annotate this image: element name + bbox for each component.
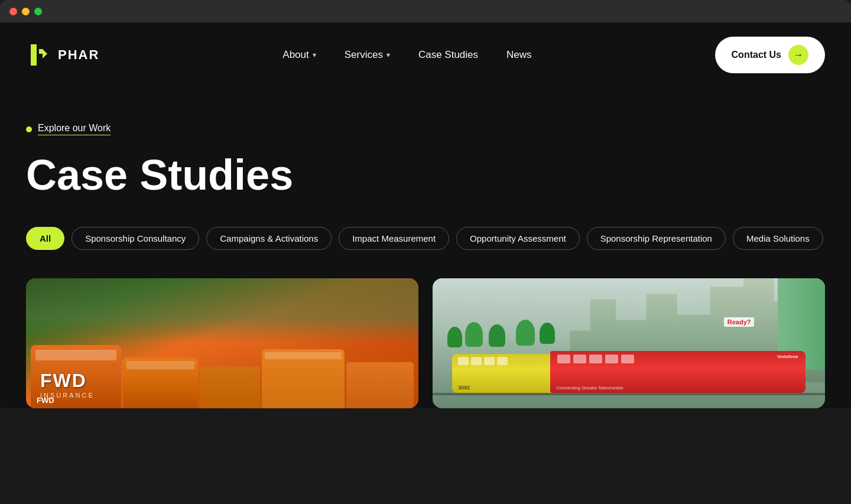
nav-item-about[interactable]: About ▾: [282, 49, 316, 61]
filter-pills: All Sponsorship Consultancy Campaigns & …: [26, 227, 825, 250]
nav-item-news[interactable]: News: [506, 49, 532, 61]
contact-button-label: Contact Us: [732, 50, 781, 60]
main-content: Scroll ↓ Explore our Work Case Studies A…: [0, 87, 851, 408]
filter-pill-sponsorship-representation[interactable]: Sponsorship Representation: [587, 227, 726, 250]
app-wrapper: PHAR About ▾ Services ▾ Case Studies: [0, 22, 851, 408]
arrow-right-icon: →: [788, 45, 808, 65]
navbar: PHAR About ▾ Services ▾ Case Studies: [0, 22, 851, 87]
filter-pill-sponsorship-consultancy[interactable]: Sponsorship Consultancy: [72, 227, 199, 250]
filter-pill-all[interactable]: All: [26, 227, 64, 250]
explore-label: Explore our Work: [26, 123, 825, 135]
explore-dot: [26, 126, 32, 132]
explore-text: Explore our Work: [38, 123, 111, 135]
maximize-button[interactable]: [34, 8, 42, 15]
contact-button[interactable]: Contact Us →: [715, 37, 825, 73]
filter-pill-opportunity-assessment[interactable]: Opportunity Assessment: [456, 227, 580, 250]
logo-text: PHAR: [58, 47, 99, 63]
case-study-card-fwd[interactable]: FWD FWD insurance: [26, 278, 418, 408]
case-study-card-metrolink[interactable]: 3092 Vodafone Connecting Greater Manches…: [433, 278, 825, 408]
case-studies-grid: FWD FWD insurance: [26, 278, 825, 408]
filter-pill-impact-measurement[interactable]: Impact Measurement: [339, 227, 449, 250]
nav-item-services[interactable]: Services ▾: [345, 49, 390, 61]
minimize-button[interactable]: [22, 8, 30, 15]
filter-pill-media-solutions[interactable]: Media Solutions: [733, 227, 823, 250]
close-button[interactable]: [9, 8, 17, 15]
logo[interactable]: PHAR: [26, 42, 99, 68]
window-chrome: [0, 0, 851, 22]
nav-links: About ▾ Services ▾ Case Studies News: [282, 49, 531, 61]
page-title: Case Studies: [26, 152, 825, 199]
chevron-down-icon: ▾: [386, 51, 390, 59]
nav-item-case-studies[interactable]: Case Studies: [418, 49, 478, 61]
filter-pill-campaigns-activations[interactable]: Campaigns & Activations: [206, 227, 332, 250]
chevron-down-icon: ▾: [313, 51, 316, 59]
fwd-brand-text: FWD insurance: [40, 370, 95, 399]
